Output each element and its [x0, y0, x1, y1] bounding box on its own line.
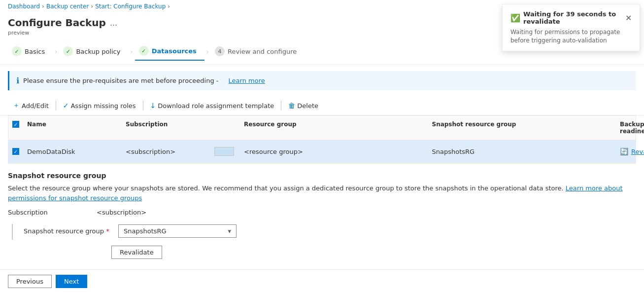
subscription-label: Subscription [8, 209, 97, 216]
subscription-row: Subscription <subscription> [8, 209, 636, 216]
row-checkbox[interactable]: ✓ [8, 144, 23, 159]
step-policy-label: Backup policy [76, 48, 120, 55]
step-backup-policy[interactable]: ✓ Backup policy [59, 42, 128, 60]
select-all-checkbox[interactable]: ✓ [12, 121, 19, 128]
add-icon: ＋ [13, 101, 20, 110]
notification-title-text: Waiting for 39 seconds to revalidate [523, 10, 625, 25]
table-row: ✓ DemoDataDisk <subscription> <resource … [8, 140, 636, 163]
step-basics-icon: ✓ [12, 46, 22, 56]
info-text: Please ensure the pre-requisites are met… [23, 77, 218, 84]
step-datasources[interactable]: ✓ Datasources [135, 42, 204, 61]
step-review-icon: 4 [215, 46, 225, 56]
step-basics[interactable]: ✓ Basics [8, 42, 53, 60]
row-name: DemoDataDisk [23, 144, 122, 159]
revalidate-status-icon: 🔄 [620, 147, 628, 155]
delete-button[interactable]: 🗑 Delete [283, 100, 323, 111]
notification-popup: ✅ Waiting for 39 seconds to revalidate ✕… [502, 4, 640, 51]
datasources-table: ✓ Name Subscription Resource group Snaps… [8, 115, 636, 164]
next-button[interactable]: Next [56, 275, 87, 288]
trash-icon: 🗑 [288, 102, 295, 110]
snapshot-rg-label: Snapshot resource group * [24, 227, 112, 235]
snapshot-panel-title: Snapshot resource group [8, 172, 636, 180]
toolbar: ＋ Add/Edit ✓ Assign missing roles ↓ Down… [0, 96, 644, 115]
download-icon: ↓ [150, 102, 156, 110]
breadcrumb-configure-backup[interactable]: Start: Configure Backup [95, 3, 166, 10]
info-icon: ℹ [16, 76, 19, 85]
step-basics-label: Basics [25, 48, 45, 55]
notification-check-icon: ✅ [510, 13, 520, 23]
revalidate-link[interactable]: Revalidate [631, 148, 644, 155]
row-backup-readiness: 🔄 Revalidate View details 🗑 [616, 140, 636, 163]
notification-close-button[interactable]: ✕ [625, 13, 632, 23]
step-review[interactable]: 4 Review and configure [211, 42, 305, 60]
revalidate-button[interactable]: Revalidate [111, 246, 162, 259]
breadcrumb-dashboard[interactable]: Dashboard [8, 3, 40, 10]
checkmark-icon: ✓ [63, 102, 69, 110]
row-snapshot-rg: SnapshotsRG [428, 144, 616, 159]
step-datasources-label: Datasources [152, 47, 197, 55]
snapshot-rg-value: SnapshotsRG [124, 227, 167, 235]
step-datasources-icon: ✓ [139, 46, 149, 56]
row-resource-group: <resource group> [240, 144, 428, 159]
add-edit-button[interactable]: ＋ Add/Edit [8, 99, 54, 112]
footer: Previous Next [0, 269, 644, 293]
col-backup-readiness: Backup readiness [616, 119, 636, 137]
subscription-value: <subscription> [97, 209, 146, 216]
step-policy-icon: ✓ [63, 46, 73, 56]
row-sub-indicator [210, 143, 240, 160]
snapshot-panel-desc: Select the resource group where your sna… [8, 183, 636, 203]
info-bar: ℹ Please ensure the pre-requisites are m… [8, 71, 636, 90]
col-checkbox: ✓ [8, 119, 23, 137]
download-template-button[interactable]: ↓ Download role assignment template [145, 100, 279, 111]
step-review-label: Review and configure [228, 48, 297, 55]
notification-body: Waiting for permissions to propagate bef… [510, 28, 632, 45]
assign-roles-button[interactable]: ✓ Assign missing roles [58, 100, 141, 111]
chevron-down-icon: ▾ [228, 227, 231, 235]
previous-button[interactable]: Previous [8, 275, 52, 288]
snapshot-rg-row: Snapshot resource group * SnapshotsRG ▾ [8, 222, 636, 240]
snapshot-panel: Snapshot resource group Select the resou… [8, 172, 636, 259]
snapshot-rg-dropdown[interactable]: SnapshotsRG ▾ [118, 224, 237, 238]
page-subtitle: preview [8, 30, 117, 36]
page-title: Configure Backup [8, 17, 106, 29]
col-subscription: Subscription [122, 119, 210, 137]
table-header: ✓ Name Subscription Resource group Snaps… [8, 116, 636, 140]
breadcrumb-backup-center[interactable]: Backup center [46, 3, 89, 10]
col-resource-group: Resource group [240, 119, 428, 137]
col-name: Name [23, 119, 122, 137]
learn-more-link[interactable]: Learn more [229, 77, 265, 84]
col-snapshot-rg: Snapshot resource group [428, 119, 616, 137]
more-options-icon[interactable]: ... [110, 18, 117, 28]
col-sub-box [210, 119, 240, 137]
row-subscription: <subscription> [122, 144, 210, 159]
